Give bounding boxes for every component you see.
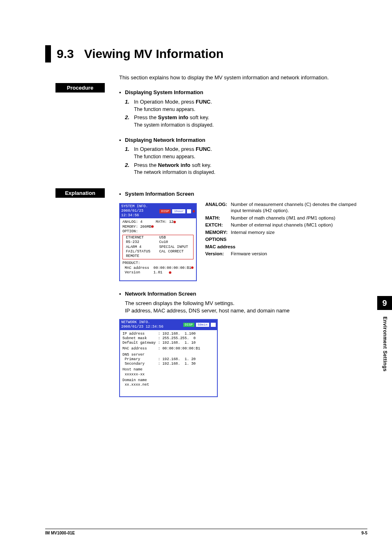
chapter-side-label: Environment Settings	[382, 317, 388, 372]
disp-badge-icon: DISP	[159, 209, 171, 213]
intro-text: This section explains how to display the…	[119, 74, 367, 81]
status-icon	[187, 209, 191, 213]
sys-step-2: 2.Press the System info soft key.	[125, 114, 367, 122]
sys-step-1-sub: The function menu appears.	[134, 106, 367, 113]
net-step-2-sub: The network information is displayed.	[134, 169, 367, 176]
sys-screen-heading: •System Information Screen	[119, 190, 367, 198]
title-bar	[45, 45, 51, 62]
sys-step-2-sub: The system information is displayed.	[134, 122, 367, 129]
system-info-screenshot: SYSTEM INFO. 2008/01/23 12:34:56 DISP 1h…	[119, 203, 197, 281]
time-badge: 50min	[196, 323, 209, 327]
section-number: 9.3	[57, 47, 74, 60]
net-step-1: 1.In Operation Mode, press FUNC.	[125, 146, 367, 153]
net-screen-desc1: The screen displays the following MV set…	[125, 300, 367, 308]
disp-badge-icon: DISP	[183, 323, 194, 327]
net-info-heading: •Displaying Network Information	[119, 136, 367, 144]
option-box: ETHERNET USB RS-232 Cu10 ALARM 4 SPECIAL…	[122, 235, 194, 259]
procedure-label: Procedure	[55, 83, 105, 92]
sys-step-1: 1.In Operation Mode, press FUNC.	[125, 98, 367, 106]
net-screen-desc2: IP address, MAC address, DNS server, hos…	[125, 307, 367, 315]
sys-info-heading: •Displaying System Information	[119, 89, 367, 97]
net-step-1-sub: The function menu appears.	[134, 153, 367, 160]
net-step-2: 2.Press the Network info soft key.	[125, 162, 367, 169]
time-badge: 1hour	[172, 209, 185, 213]
footer-right: 9-5	[362, 531, 367, 535]
chapter-tab: 9	[377, 296, 392, 310]
annotation-table: ANALOG:Number of measurement channels (C…	[204, 201, 367, 258]
section-title: 9.3 Viewing MV Information	[57, 45, 224, 62]
explanation-label: Explanation	[55, 188, 105, 198]
section-title-row: 9.3 Viewing MV Information	[45, 45, 367, 62]
network-info-screenshot: NETWORK INFO. 2008/01/23 12:34:56 DISP 5…	[119, 319, 218, 397]
record-icon	[193, 210, 195, 213]
footer-left: IM MV1000-01E	[45, 531, 75, 535]
page-footer: IM MV1000-01E 9-5	[45, 529, 367, 535]
status-icon	[211, 323, 216, 327]
section-title-text: Viewing MV Information	[84, 47, 224, 60]
net-screen-heading: •Network Information Screen	[119, 290, 367, 298]
